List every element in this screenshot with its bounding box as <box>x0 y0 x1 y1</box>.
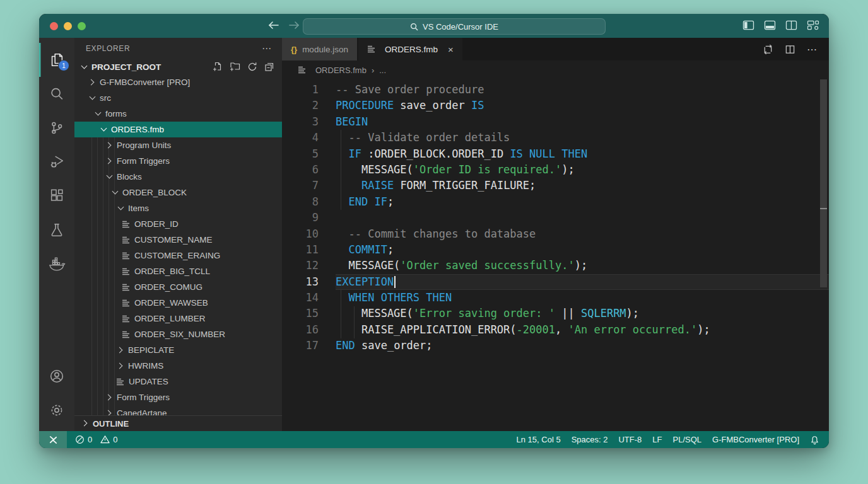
breadcrumb[interactable]: ORDERS.fmb › ... <box>282 60 829 79</box>
status-warnings[interactable]: 0 <box>100 435 117 444</box>
line-content[interactable]: -- Save order procedure <box>336 82 829 98</box>
tree-item-order-big-tcll[interactable]: ORDER_BIG_TCLL <box>74 263 282 279</box>
tree-item-order-six-number[interactable]: ORDER_SIX_NUMBER <box>74 326 282 342</box>
refresh-icon[interactable] <box>247 62 257 72</box>
extensions-icon[interactable] <box>39 179 74 213</box>
tree-item-order-wawseb[interactable]: ORDER_WAWSEB <box>74 295 282 311</box>
breadcrumb-more[interactable]: ... <box>379 66 386 75</box>
code-line-9[interactable]: 9 <box>282 210 829 226</box>
command-center-search[interactable]: VS Code/Cursor IDE <box>303 18 606 35</box>
code-line-7[interactable]: 7 RAISE FORM_TRIGGER_FAILURE; <box>282 178 829 193</box>
line-number[interactable]: 10 <box>282 226 336 242</box>
back-icon[interactable] <box>267 21 279 30</box>
collapse-all-icon[interactable] <box>264 62 274 72</box>
project-root-row[interactable]: PROJECT_ROOT <box>74 59 282 74</box>
code-line-1[interactable]: 1-- Save order procedure <box>282 82 829 98</box>
tree-item-form-triggers[interactable]: Form Triggers <box>74 153 282 169</box>
line-number[interactable]: 5 <box>282 146 336 162</box>
line-number[interactable]: 8 <box>282 194 336 210</box>
more-actions-icon[interactable]: ⋯ <box>807 43 818 55</box>
tree-item-form-triggers[interactable]: Form Triggers <box>74 389 282 405</box>
tree-item-updates[interactable]: UPDATES <box>74 374 282 389</box>
line-number[interactable]: 11 <box>282 242 336 258</box>
code-line-16[interactable]: 16 RAISE_APPLICATION_ERROR(-20001, 'An e… <box>282 322 829 338</box>
line-content[interactable]: -- Validate order details <box>336 130 829 146</box>
source-control-icon[interactable] <box>39 111 74 145</box>
line-content[interactable]: BEGIN <box>336 114 829 130</box>
tab-module-json[interactable]: {}module.json <box>282 38 357 60</box>
status-eol[interactable]: LF <box>652 435 662 444</box>
code-editor[interactable]: 1-- Save order procedure2PROCEDURE save_… <box>282 79 829 431</box>
minimize-window-button[interactable] <box>64 22 72 30</box>
tree-item-order-id[interactable]: ORDER_ID <box>74 216 282 232</box>
code-line-15[interactable]: 15 MESSAGE('Error saving order: ' || SQL… <box>282 306 829 321</box>
line-content[interactable]: COMMIT; <box>336 242 829 258</box>
tree-item-order-lumber[interactable]: ORDER_LUMBER <box>74 311 282 326</box>
line-content[interactable]: RAISE FORM_TRIGGER_FAILURE; <box>336 178 829 193</box>
line-content[interactable]: WHEN OTHERS THEN <box>336 290 829 306</box>
split-editor-icon[interactable] <box>785 44 795 55</box>
status-encoding[interactable]: UTF-8 <box>618 435 642 444</box>
tree-item-customer-name[interactable]: CUSTOMER_NAME <box>74 232 282 248</box>
line-number[interactable]: 15 <box>282 306 336 321</box>
split-editor-icon[interactable] <box>785 20 797 30</box>
line-content[interactable]: MESSAGE('Error saving order: ' || SQLERR… <box>336 306 829 321</box>
line-content[interactable]: END save_order; <box>336 338 829 354</box>
line-content[interactable]: PROCEDURE save_order IS <box>336 98 829 113</box>
line-number[interactable]: 3 <box>282 114 336 130</box>
code-line-8[interactable]: 8 END IF; <box>282 194 829 210</box>
line-content[interactable]: END IF; <box>336 194 829 210</box>
line-content[interactable]: RAISE_APPLICATION_ERROR(-20001, 'An erro… <box>336 322 829 338</box>
code-line-14[interactable]: 14 WHEN OTHERS THEN <box>282 290 829 306</box>
editor-scrollbar[interactable] <box>820 79 827 287</box>
tree-item-bepiclate[interactable]: BEPICLATE <box>74 342 282 358</box>
code-line-6[interactable]: 6 MESSAGE('Order ID is required.'); <box>282 162 829 178</box>
tree-item-forms[interactable]: forms <box>74 106 282 122</box>
toggle-panel-icon[interactable] <box>764 20 776 30</box>
line-number[interactable]: 16 <box>282 322 336 338</box>
line-number[interactable]: 9 <box>282 210 336 226</box>
tree-item-items[interactable]: Items <box>74 200 282 216</box>
status-cursor-position[interactable]: Ln 15, Col 5 <box>517 435 561 444</box>
tree-item-hwrims[interactable]: HWRIMS <box>74 358 282 374</box>
tree-item-program-units[interactable]: Program Units <box>74 137 282 153</box>
code-line-3[interactable]: 3BEGIN <box>282 114 829 130</box>
tree-item-order-block[interactable]: ORDER_BLOCK <box>74 185 282 200</box>
status-indentation[interactable]: Spaces: 2 <box>572 435 608 444</box>
line-number[interactable]: 2 <box>282 98 336 113</box>
tree-item-src[interactable]: src <box>74 90 282 106</box>
line-number[interactable]: 12 <box>282 258 336 274</box>
code-line-2[interactable]: 2PROCEDURE save_order IS <box>282 98 829 113</box>
tree-item-canedartane[interactable]: CanedArtane <box>74 405 282 415</box>
status-language-mode[interactable]: PL/SQL <box>673 435 702 444</box>
code-line-12[interactable]: 12 MESSAGE('Order saved successfully.'); <box>282 258 829 274</box>
docker-icon[interactable] <box>39 247 74 281</box>
forward-icon[interactable] <box>288 21 300 30</box>
line-number[interactable]: 6 <box>282 162 336 178</box>
line-number[interactable]: 1 <box>282 82 336 98</box>
code-line-17[interactable]: 17END save_order; <box>282 338 829 354</box>
new-folder-icon[interactable] <box>230 62 240 72</box>
run-debug-icon[interactable] <box>39 145 74 179</box>
search-icon[interactable] <box>39 77 74 111</box>
line-content[interactable]: MESSAGE('Order saved successfully.'); <box>336 258 829 274</box>
line-content[interactable] <box>336 210 829 226</box>
new-file-icon[interactable] <box>213 62 223 72</box>
tree-item-g-fmbconverter-pro[interactable]: G-FMBConverter [PRO] <box>74 74 282 90</box>
line-number[interactable]: 14 <box>282 290 336 306</box>
close-icon[interactable]: × <box>448 45 454 54</box>
explorer-icon[interactable]: 1 <box>39 43 74 77</box>
line-content[interactable]: IF :ORDER_BLOCK.ORDER_ID IS NULL THEN <box>336 146 829 162</box>
code-line-13[interactable]: 13EXCEPTION <box>282 274 829 290</box>
remote-indicator[interactable] <box>39 431 67 448</box>
tree-item-blocks[interactable]: Blocks <box>74 169 282 185</box>
zoom-window-button[interactable] <box>78 22 86 30</box>
outline-section[interactable]: OUTLINE <box>74 415 282 431</box>
testing-icon[interactable] <box>39 213 74 247</box>
tree-item-orders-fmb[interactable]: ORDERS.fmb <box>74 122 282 137</box>
code-line-5[interactable]: 5 IF :ORDER_BLOCK.ORDER_ID IS NULL THEN <box>282 146 829 162</box>
line-number[interactable]: 17 <box>282 338 336 354</box>
line-number[interactable]: 4 <box>282 130 336 146</box>
code-line-11[interactable]: 11 COMMIT; <box>282 242 829 258</box>
code-line-4[interactable]: 4 -- Validate order details <box>282 130 829 146</box>
